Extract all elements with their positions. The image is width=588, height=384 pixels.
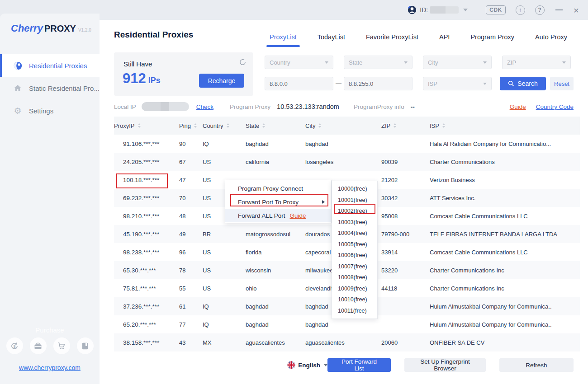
sort-icon[interactable]	[227, 123, 229, 128]
tab-api[interactable]: API	[439, 33, 450, 47]
port-option-10003[interactable]: 10003(free)	[332, 217, 377, 228]
country-code-link[interactable]: Country Code	[536, 103, 574, 110]
zip-select[interactable]: ZIP	[502, 56, 571, 69]
table-row[interactable]: 91.106.***.*** 90 IQ baghdad baghdad Hal…	[114, 135, 580, 153]
column-header-isp[interactable]: ISP	[430, 122, 580, 129]
language-label: English	[298, 362, 320, 369]
website-link[interactable]: www.cherryproxy.com	[0, 364, 100, 371]
chevron-down-icon	[325, 61, 328, 64]
port-option-10008[interactable]: 10008(free)	[332, 272, 377, 283]
sort-icon[interactable]	[262, 123, 265, 128]
sort-icon[interactable]	[442, 123, 445, 128]
still-have-label: Still Have	[123, 60, 152, 68]
menu-item-program-proxy-connect[interactable]: Program Proxy Connect	[225, 182, 331, 195]
refund-icon[interactable]: $	[6, 337, 23, 354]
port-option-10001[interactable]: 10001(free)	[332, 195, 377, 206]
reset-button[interactable]: Reset	[550, 77, 574, 90]
chevron-down-icon	[562, 61, 566, 64]
submenu-arrow-icon	[322, 200, 325, 204]
country-select[interactable]: Country	[265, 56, 333, 69]
refresh-balance-icon[interactable]	[239, 58, 247, 66]
tab-auto-proxy[interactable]: Auto Proxy	[535, 33, 567, 47]
help-icon[interactable]: ?	[535, 5, 545, 15]
port-option-10011[interactable]: 10011(free)	[332, 305, 377, 317]
state-select[interactable]: State	[344, 56, 413, 69]
isp-select[interactable]: ISP	[423, 77, 492, 90]
uk-flag-icon	[287, 361, 295, 369]
context-menu: Program Proxy Connect Forward Port To Pr…	[225, 180, 332, 223]
minimize-button[interactable]	[555, 9, 563, 10]
tab-program-proxy[interactable]: Program Proxy	[470, 33, 514, 47]
column-header-proxyip[interactable]: ProxyIP	[114, 122, 179, 129]
port-option-10004[interactable]: 10004(free)	[332, 228, 377, 239]
port-option-10000[interactable]: 10000(free)	[332, 183, 377, 195]
upload-icon[interactable]: ↑	[516, 5, 525, 15]
logo-brand: Cherry	[11, 23, 43, 34]
gear-icon: ⚙	[13, 106, 23, 116]
book-icon[interactable]	[77, 337, 94, 354]
tab-bar: ProxyListTodayListFavorite ProxyListAPIP…	[270, 33, 567, 47]
purchase-tooltip: Purchase	[0, 326, 100, 334]
sidebar-nav: Residential Proxies Static Residential P…	[0, 54, 100, 122]
column-header-city[interactable]: City	[305, 122, 381, 129]
sort-icon[interactable]	[394, 123, 396, 128]
column-header-country[interactable]: Country	[203, 122, 246, 129]
column-header-ping[interactable]: Ping	[179, 122, 203, 129]
ip-range-from-input[interactable]: 8.8.0.0	[265, 77, 333, 90]
check-link[interactable]: Check	[196, 103, 213, 110]
guide-link[interactable]: Guide	[510, 103, 526, 110]
sidebar-item-static-residential-pro[interactable]: Static Residential Pro...	[0, 77, 100, 99]
port-option-10006[interactable]: 10006(free)	[332, 250, 377, 261]
app-logo: CherryPROXYV1.2.0	[0, 14, 100, 34]
local-ip-label: Local IP	[114, 103, 136, 110]
chevron-down-icon	[483, 61, 487, 64]
home-icon	[13, 83, 23, 93]
id-label: ID:	[420, 6, 428, 14]
port-forward-list-button[interactable]: Port Forward List	[327, 358, 391, 372]
ip-range-to-input[interactable]: 8.8.255.0	[344, 77, 413, 90]
tab-proxylist[interactable]: ProxyList	[270, 33, 297, 47]
port-option-10007[interactable]: 10007(free)	[332, 261, 377, 272]
port-submenu: 10000(free)10001(free)10002(free)10003(f…	[332, 181, 378, 319]
program-proxy-label: Program Proxy	[230, 103, 270, 110]
set-up-fingerprint-browser-button[interactable]: Set Up Fingerprint Browser	[404, 358, 486, 372]
footer-actions: English Port Forward ListSet Up Fingerpr…	[114, 358, 574, 372]
table-row[interactable]: 24.205.***.*** 67 US california losangel…	[114, 153, 580, 171]
port-option-10002[interactable]: 10002(free)	[332, 206, 377, 217]
id-dropdown-caret-icon[interactable]	[463, 9, 468, 11]
sidebar-item-settings[interactable]: ⚙ Settings	[0, 99, 100, 122]
city-select[interactable]: City	[423, 56, 492, 69]
search-button[interactable]: Search	[500, 77, 546, 90]
refresh-button[interactable]: Refresh	[499, 358, 574, 372]
range-dash: —	[333, 77, 344, 90]
column-header-zip[interactable]: ZIP	[381, 122, 430, 129]
tab-todaylist[interactable]: TodayList	[318, 33, 345, 47]
sort-icon[interactable]	[138, 123, 141, 128]
app-window: ID: CDK ↑ ? × CherryPROXYV1.2.0 Resident…	[0, 0, 588, 384]
port-option-10005[interactable]: 10005(free)	[332, 239, 377, 250]
port-option-10009[interactable]: 10009(free)	[332, 283, 377, 295]
sidebar-item-residential-proxies[interactable]: Residential Proxies	[0, 54, 100, 77]
recharge-button[interactable]: Recharge	[199, 74, 244, 88]
column-header-state[interactable]: State	[246, 122, 305, 129]
balance-card: Still Have 912IPs Recharge	[114, 52, 253, 96]
ip-balance: 912IPs	[123, 70, 161, 87]
sort-icon[interactable]	[194, 123, 197, 128]
id-value-redacted	[430, 6, 459, 14]
close-button[interactable]: ×	[574, 5, 579, 15]
globe-icon	[13, 61, 23, 70]
cdk-button[interactable]: CDK	[486, 5, 506, 14]
language-selector[interactable]: English	[287, 361, 327, 369]
briefcase-icon[interactable]	[30, 337, 47, 354]
menu-item-forward-port-to-proxy[interactable]: Forward Port To Proxy	[225, 195, 331, 209]
sort-icon[interactable]	[318, 123, 321, 128]
chevron-down-icon	[404, 61, 408, 64]
menu-item-forward-all-port[interactable]: Forward ALL PortGuide	[225, 209, 331, 222]
local-ip-redacted	[142, 102, 189, 111]
cart-icon[interactable]	[53, 337, 70, 354]
port-option-10010[interactable]: 10010(free)	[332, 294, 377, 305]
tab-favorite-proxylist[interactable]: Favorite ProxyList	[366, 33, 418, 47]
user-avatar-icon[interactable]	[407, 5, 417, 15]
menu-guide-link[interactable]: Guide	[290, 212, 306, 219]
table-row[interactable]: 38.158.***.*** 43 MX aguascalientes agua…	[114, 333, 580, 351]
